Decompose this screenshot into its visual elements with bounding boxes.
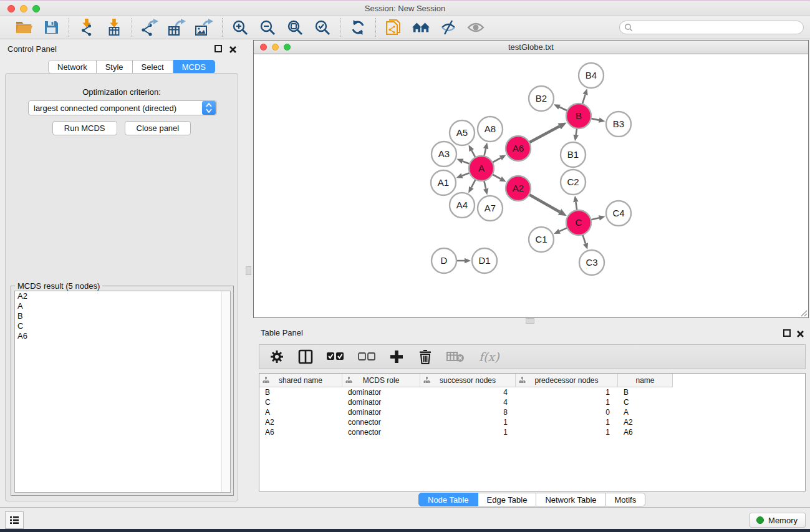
graph-node-A4[interactable]: A4 (450, 193, 475, 218)
task-history-button[interactable] (5, 511, 24, 529)
network-canvas[interactable]: B4B2BB3A8A5A6A3B1AC2A1A2A4A7C4CC1C3DD1 (254, 54, 808, 317)
cell-predecessor-nodes[interactable]: 0 (516, 408, 618, 417)
graph-node-C[interactable]: C (566, 210, 591, 235)
cell-successor-nodes[interactable]: 1 (420, 428, 516, 437)
result-item[interactable]: A2 (15, 291, 230, 301)
cell-MCDS-role[interactable]: connector (342, 418, 420, 427)
graph-node-B4[interactable]: B4 (579, 63, 604, 88)
cell-predecessor-nodes[interactable]: 1 (516, 398, 618, 407)
tab-node-table[interactable]: Node Table (418, 493, 478, 506)
cell-shared-name[interactable]: A2 (259, 418, 342, 427)
float-panel-icon[interactable] (215, 45, 223, 53)
graph-node-A6[interactable]: A6 (506, 136, 531, 161)
cell-successor-nodes[interactable]: 8 (420, 408, 516, 417)
eye-icon[interactable] (466, 18, 485, 37)
close-table-panel-icon[interactable] (796, 329, 804, 337)
table-row[interactable]: Cdominator41C (259, 397, 805, 407)
cell-MCDS-role[interactable]: dominator (342, 388, 420, 397)
tab-network-table[interactable]: Network Table (536, 493, 605, 506)
delete-table-icon[interactable] (446, 349, 465, 365)
vertical-splitter[interactable] (243, 39, 253, 507)
result-item[interactable]: A (15, 301, 230, 311)
float-table-panel-icon[interactable] (783, 329, 791, 337)
cell-name[interactable]: C (618, 398, 673, 407)
graph-node-B1[interactable]: B1 (561, 142, 586, 167)
cell-MCDS-role[interactable]: connector (342, 428, 420, 437)
graph-node-B[interactable]: B (566, 104, 591, 128)
import-table-icon[interactable] (105, 18, 123, 37)
zoom-fit-icon[interactable] (286, 18, 304, 37)
add-column-icon[interactable] (389, 349, 404, 365)
deselect-all-checkboxes-icon[interactable] (358, 349, 375, 365)
graph-node-B3[interactable]: B3 (606, 112, 631, 137)
graph-node-D[interactable]: D (432, 248, 456, 273)
node-table[interactable]: shared nameMCDS rolesuccessor nodesprede… (259, 373, 806, 491)
tab-style[interactable]: Style (97, 60, 133, 74)
graph-node-A2[interactable]: A2 (506, 176, 531, 201)
cell-name[interactable]: A2 (618, 418, 673, 427)
cell-MCDS-role[interactable]: dominator (342, 398, 420, 407)
graph-node-A1[interactable]: A1 (431, 170, 456, 195)
run-mcds-button[interactable]: Run MCDS (52, 121, 117, 135)
mcds-result-list[interactable]: A2ABCA6 (14, 291, 231, 493)
close-network-window-icon[interactable] (260, 44, 267, 51)
graph-node-A8[interactable]: A8 (478, 117, 503, 142)
open-session-icon[interactable] (14, 18, 33, 37)
save-session-icon[interactable] (42, 18, 60, 37)
tab-select[interactable]: Select (133, 60, 173, 74)
zoom-selected-icon[interactable] (313, 18, 332, 37)
maximize-window-icon[interactable] (32, 5, 40, 12)
maximize-network-window-icon[interactable] (284, 44, 291, 51)
cell-MCDS-role[interactable]: dominator (342, 408, 420, 417)
column-header-successor-nodes[interactable]: successor nodes (420, 374, 516, 387)
export-network-icon[interactable] (140, 18, 159, 37)
graph-node-C3[interactable]: C3 (579, 250, 604, 275)
memory-button[interactable]: Memory (750, 513, 806, 528)
split-columns-icon[interactable] (298, 349, 313, 365)
tab-mcds[interactable]: MCDS (173, 60, 215, 74)
cell-name[interactable]: A6 (618, 428, 673, 437)
cell-shared-name[interactable]: B (259, 388, 342, 397)
toggle-graphics-icon[interactable] (439, 18, 458, 37)
cell-successor-nodes[interactable]: 4 (420, 398, 516, 407)
horizontal-splitter-handle[interactable] (526, 318, 534, 324)
zoom-out-icon[interactable] (258, 18, 277, 37)
cell-predecessor-nodes[interactable]: 1 (516, 428, 618, 437)
graph-node-C1[interactable]: C1 (529, 227, 554, 252)
cell-name[interactable]: B (618, 388, 673, 397)
network-window-titlebar[interactable]: testGlobe.txt (254, 41, 808, 54)
minimize-network-window-icon[interactable] (272, 44, 279, 51)
column-header-predecessor-nodes[interactable]: predecessor nodes (516, 374, 618, 387)
cell-name[interactable]: A (618, 408, 673, 417)
cell-predecessor-nodes[interactable]: 1 (516, 388, 618, 397)
result-item[interactable]: C (15, 321, 230, 331)
resize-grip-icon[interactable] (799, 308, 808, 317)
tab-edge-table[interactable]: Edge Table (478, 493, 537, 506)
graph-node-A5[interactable]: A5 (450, 120, 475, 145)
close-panel-icon[interactable] (229, 45, 237, 53)
table-row[interactable]: A2connector11A2 (259, 417, 805, 427)
cell-successor-nodes[interactable]: 4 (420, 388, 516, 397)
graph-node-D1[interactable]: D1 (472, 248, 497, 273)
table-row[interactable]: A6connector11A6 (259, 427, 805, 437)
minimize-window-icon[interactable] (20, 5, 27, 12)
cell-shared-name[interactable]: A6 (259, 428, 342, 437)
export-table-icon[interactable] (168, 18, 186, 37)
optimization-criterion-select[interactable]: largest connected component (directed) (28, 100, 217, 115)
result-item[interactable]: A6 (15, 331, 230, 341)
graph-node-B2[interactable]: B2 (529, 86, 554, 111)
result-item[interactable]: B (15, 311, 230, 321)
function-icon[interactable]: f(x) (479, 349, 499, 365)
select-all-checkboxes-icon[interactable] (327, 349, 344, 365)
table-row[interactable]: Adominator80A (259, 407, 805, 417)
home-icon[interactable] (412, 18, 430, 37)
scrollbar[interactable] (221, 291, 230, 492)
cell-successor-nodes[interactable]: 1 (420, 418, 516, 427)
graph-node-A7[interactable]: A7 (478, 196, 503, 221)
column-header-name[interactable]: name (618, 374, 673, 387)
export-image-icon[interactable] (195, 18, 214, 37)
cell-predecessor-nodes[interactable]: 1 (516, 418, 618, 427)
gear-icon[interactable] (269, 349, 284, 365)
delete-column-icon[interactable] (418, 349, 433, 365)
document-network-icon[interactable] (384, 18, 403, 37)
